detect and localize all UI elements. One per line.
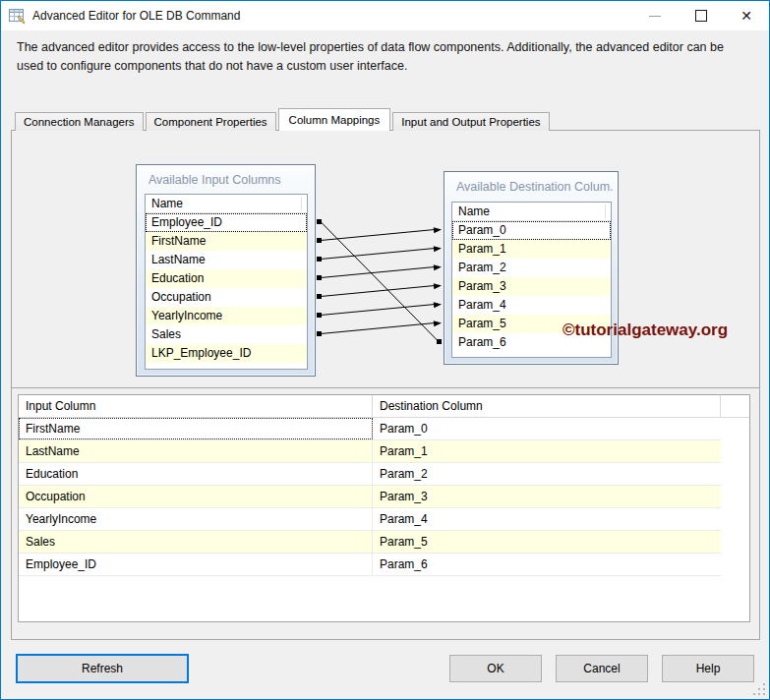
mapping-table: Input Column Destination Column FirstNam… — [18, 394, 750, 622]
input-column-cell[interactable]: FirstName — [19, 418, 373, 439]
table-edit-icon — [9, 8, 26, 25]
maximize-icon — [695, 10, 707, 22]
destination-column-header[interactable]: Destination Column — [373, 395, 721, 417]
minimize-icon — [649, 16, 661, 17]
list-item[interactable]: Sales — [146, 325, 307, 344]
destination-columns-header: Name — [452, 203, 611, 221]
dialog-description: The advanced editor provides access to t… — [17, 38, 752, 76]
destination-box-title: Available Destination Colum... — [456, 180, 614, 194]
input-column-cell[interactable]: LastName — [19, 440, 373, 462]
table-row[interactable]: Employee_IDParam_6 — [19, 554, 721, 576]
tab-input-and-output-properties[interactable]: Input and Output Properties — [392, 112, 549, 131]
input-column-header[interactable]: Input Column — [19, 395, 373, 417]
resize-grip-icon[interactable] — [753, 683, 766, 696]
input-columns-listbox: Name Employee_IDFirstNameLastNameEducati… — [145, 194, 308, 370]
table-row[interactable]: SalesParam_5 — [19, 531, 721, 554]
tab-component-properties[interactable]: Component Properties — [146, 112, 276, 131]
refresh-button[interactable]: Refresh — [16, 654, 189, 683]
table-row[interactable]: LastNameParam_1 — [19, 440, 721, 463]
mapping-table-header: Input Column Destination Column — [19, 395, 749, 418]
destination-column-cell[interactable]: Param_2 — [373, 463, 720, 485]
input-box-title: Available Input Columns — [148, 173, 281, 187]
list-item[interactable]: Employee_ID — [146, 213, 307, 232]
mapping-table-body: FirstNameParam_0LastNameParam_1Education… — [19, 418, 749, 576]
destination-column-cell[interactable]: Param_4 — [373, 508, 720, 530]
mapping-area-divider — [11, 387, 760, 388]
list-item[interactable]: Education — [146, 269, 307, 288]
maximize-button[interactable] — [681, 1, 721, 30]
window-title: Advanced Editor for OLE DB Command — [32, 1, 240, 30]
list-item[interactable]: Param_1 — [452, 240, 611, 259]
destination-column-cell[interactable]: Param_6 — [373, 554, 720, 575]
tab-connection-managers[interactable]: Connection Managers — [15, 112, 144, 131]
watermark-text: ©tutorialgateway.org — [563, 321, 728, 340]
table-row[interactable]: FirstNameParam_0 — [19, 418, 721, 440]
table-row[interactable]: YearlyIncomeParam_4 — [19, 508, 721, 531]
list-item[interactable]: Occupation — [146, 288, 307, 307]
list-item[interactable]: LKP_Employee_ID — [146, 344, 307, 363]
table-row[interactable]: EducationParam_2 — [19, 463, 721, 486]
list-item[interactable]: Param_0 — [452, 221, 611, 240]
tab-bar: Connection ManagersComponent PropertiesC… — [15, 108, 552, 131]
input-column-cell[interactable]: Employee_ID — [19, 554, 373, 575]
cancel-button[interactable]: Cancel — [556, 655, 648, 682]
available-input-columns-box: Available Input Columns Name Employee_ID… — [136, 164, 316, 377]
list-item[interactable]: FirstName — [146, 232, 307, 251]
input-column-cell[interactable]: Occupation — [19, 486, 373, 507]
list-item[interactable]: YearlyIncome — [146, 307, 307, 325]
destination-column-cell[interactable]: Param_1 — [373, 440, 720, 462]
close-icon: ✕ — [740, 8, 752, 24]
table-row[interactable]: OccupationParam_3 — [19, 486, 721, 508]
list-item[interactable]: Param_2 — [452, 259, 611, 277]
input-columns-header: Name — [146, 195, 307, 213]
minimize-button[interactable] — [635, 1, 675, 30]
help-button[interactable]: Help — [662, 655, 754, 682]
header-filler — [721, 395, 749, 417]
input-column-cell[interactable]: YearlyIncome — [19, 508, 373, 530]
ok-button[interactable]: OK — [449, 655, 542, 682]
close-button[interactable]: ✕ — [727, 1, 766, 30]
advanced-editor-window: Advanced Editor for OLE DB Command ✕ The… — [0, 0, 770, 700]
destination-column-cell[interactable]: Param_0 — [373, 418, 720, 439]
input-column-cell[interactable]: Sales — [19, 531, 373, 553]
list-item[interactable]: Param_3 — [452, 277, 611, 296]
list-item[interactable]: Param_4 — [452, 296, 611, 315]
destination-column-cell[interactable]: Param_3 — [373, 486, 720, 507]
input-columns-list: Employee_IDFirstNameLastNameEducationOcc… — [146, 213, 307, 363]
title-bar: Advanced Editor for OLE DB Command ✕ — [1, 1, 769, 30]
destination-column-cell[interactable]: Param_5 — [373, 531, 720, 553]
list-item[interactable]: LastName — [146, 251, 307, 269]
tab-column-mappings[interactable]: Column Mappings — [278, 108, 391, 131]
input-column-cell[interactable]: Education — [19, 463, 373, 485]
